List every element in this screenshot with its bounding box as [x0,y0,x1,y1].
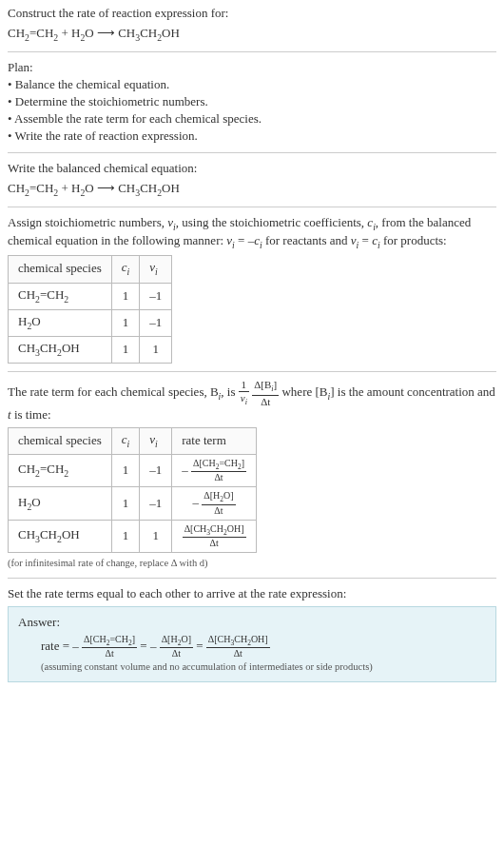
answer-box: Answer: rate = – Δ[CH2=CH2]Δt = – Δ[H2O]… [8,606,496,682]
species-cell: H2O [9,309,112,336]
eq-part: CH [8,26,25,40]
hdr-nui: νi [140,256,172,283]
rateterm-table: chemical species ci νi rate term CH2=CH2… [8,427,257,554]
answer-label: Answer: [18,615,486,631]
hdr-species: chemical species [9,427,112,454]
nui-cell: 1 [140,337,172,364]
final-section: Set the rate terms equal to each other t… [8,586,496,682]
rate-cell: – Δ[H2O]Δt [172,487,257,521]
eq-part: CH [140,26,157,40]
divider [8,152,496,153]
plan-item: • Determine the stoichiometric numbers. [8,94,496,110]
frac: Δ[CH2=CH2]Δt [191,459,246,483]
plan-section: Plan: • Balance the chemical equation. •… [8,60,496,144]
hdr-nui: νi [140,427,172,454]
rateterm-section: The rate term for each chemical species,… [8,380,496,570]
divider [8,371,496,372]
species-cell: CH2=CH2 [9,283,112,309]
eq-part: OH [162,26,180,40]
rate-cell: – Δ[CH2=CH2]Δt [172,454,257,487]
txt: The rate term for each chemical species,… [8,385,219,400]
txt: rate = – [41,639,82,653]
txt: ] is the amount concentration and [330,385,495,400]
ci-cell: 1 [111,487,140,521]
ci-cell: 1 [111,309,140,336]
nui-cell: –1 [140,283,172,309]
eq-part: CH [140,181,157,195]
table-row: CH2=CH2 1 –1 [9,283,172,309]
divider [8,578,496,579]
stoich-section: Assign stoichiometric numbers, νi, using… [8,215,496,364]
nui-cell: 1 [140,520,172,553]
table-row: H2O 1 –1 [9,309,172,336]
frac: Δ[H2O]Δt [202,491,235,516]
eq-part: O ⟶ CH [85,181,135,195]
txt: for products: [380,233,447,247]
hdr-species: chemical species [9,256,112,283]
frac-dbi-dt: Δ[Bi]Δt [252,380,279,406]
header-section: Construct the rate of reaction expressio… [8,6,496,44]
balanced-equation: CH2=CH2 + H2O ⟶ CH3CH2OH [8,181,496,199]
species-cell: CH3CH2OH [9,337,112,364]
plan-item: • Balance the chemical equation. [8,77,496,93]
eq-part: =CH [29,26,53,40]
plan-item: • Write the rate of reaction expression. [8,128,496,145]
eq-part: O ⟶ CH [85,26,135,40]
infinitesimal-note: (for infinitesimal rate of change, repla… [8,557,496,570]
divider [8,207,496,207]
txt: , is [221,385,238,400]
txt: where [B [281,385,327,400]
txt: = – [235,233,254,247]
prompt-text: Construct the rate of reaction expressio… [8,6,496,22]
frac: Δ[CH3CH2OH]Δt [206,635,270,659]
rate-expression: rate = – Δ[CH2=CH2]Δt = – Δ[H2O]Δt = Δ[C… [18,635,486,659]
txt: , using the stoichiometric coefficients, [176,215,368,229]
stoich-intro: Assign stoichiometric numbers, νi, using… [8,215,496,252]
ci-cell: 1 [111,283,140,309]
frac: Δ[H2O]Δt [160,635,193,659]
hdr-rate: rate term [172,427,257,454]
txt: is time: [11,407,51,422]
species-cell: H2O [9,487,112,521]
table-row: CH3CH2OH 1 1 [9,337,172,364]
txt: = [359,233,372,247]
nui-cell: –1 [140,309,172,336]
balanced-title: Write the balanced chemical equation: [8,161,496,177]
species-cell: CH2=CH2 [9,454,112,487]
frac: Δ[CH3CH2OH]Δt [183,524,246,549]
txt: = – [140,639,159,653]
table-row: CH2=CH2 1 –1 – Δ[CH2=CH2]Δt [9,454,257,487]
eq-part: + H [58,181,80,195]
table-row: chemical species ci νi [9,256,172,283]
table-row: CH3CH2OH 1 1 Δ[CH3CH2OH]Δt [9,520,257,553]
eq-part: + H [58,26,80,40]
table-row: H2O 1 –1 – Δ[H2O]Δt [9,487,257,521]
ci-cell: 1 [111,520,140,553]
nui-cell: –1 [140,487,172,521]
rateterm-intro: The rate term for each chemical species,… [8,380,496,423]
nui-cell: –1 [140,454,172,487]
frac: Δ[CH2=CH2]Δt [82,635,137,659]
plan-title: Plan: [8,60,496,76]
species-cell: CH3CH2OH [9,520,112,553]
balanced-section: Write the balanced chemical equation: CH… [8,161,496,199]
stoich-table: chemical species ci νi CH2=CH2 1 –1 H2O … [8,255,172,364]
assumption-note: (assuming constant volume and no accumul… [18,660,486,674]
rate-cell: Δ[CH3CH2OH]Δt [172,520,257,553]
input-equation: CH2=CH2 + H2O ⟶ CH3CH2OH [8,26,496,44]
plan-item: • Assemble the rate term for each chemic… [8,111,496,128]
eq-part: =CH [29,181,53,195]
frac-one-over-nu: 1νi [239,380,249,406]
txt: for reactants and [262,233,351,247]
hdr-ci: ci [111,256,140,283]
eq-part: CH [8,181,25,195]
final-title: Set the rate terms equal to each other t… [8,586,496,602]
hdr-ci: ci [111,427,140,454]
divider [8,51,496,52]
table-row: chemical species ci νi rate term [9,427,257,454]
txt: Assign stoichiometric numbers, [8,215,167,229]
eq-part: OH [162,181,180,195]
ci-cell: 1 [111,454,140,487]
txt: = [196,639,206,653]
ci-cell: 1 [111,337,140,364]
